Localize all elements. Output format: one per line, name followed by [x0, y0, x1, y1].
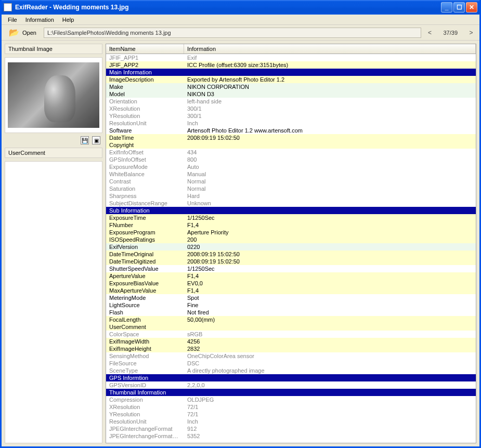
- table-row[interactable]: FocalLength50,00(mm): [106, 316, 476, 323]
- save-thumb-icon[interactable]: 💾: [81, 136, 89, 144]
- menu-help[interactable]: Help: [58, 16, 79, 24]
- table-row[interactable]: YResolution72/1: [106, 411, 476, 418]
- table-row[interactable]: ExifInfoOffset434: [106, 149, 476, 156]
- table-row[interactable]: ExifVersion0220: [106, 243, 476, 251]
- cell-itemname: ExifInfoOffset: [106, 149, 184, 156]
- exif-grid[interactable]: ItemName Information JFIF_APP1ExifJFIF_A…: [106, 44, 476, 443]
- table-row[interactable]: YResolution300/1: [106, 112, 476, 120]
- thumbnail-actions: 💾 ▣: [5, 136, 102, 144]
- cell-information: NIKON D3: [184, 90, 476, 98]
- table-row[interactable]: Sub Information: [106, 207, 476, 214]
- table-row[interactable]: UserComment: [106, 323, 476, 331]
- table-row[interactable]: ApertureValueF1,4: [106, 272, 476, 280]
- table-row[interactable]: DateTime2008:09:19 15:02:50: [106, 134, 476, 141]
- menu-file[interactable]: File: [4, 16, 21, 24]
- table-row[interactable]: ColorSpacesRGB: [106, 331, 476, 338]
- table-row[interactable]: Main Information: [106, 69, 476, 76]
- table-row[interactable]: XResolution300/1: [106, 105, 476, 112]
- table-row[interactable]: FNumberF1,4: [106, 221, 476, 229]
- cell-information: Normal: [184, 178, 476, 185]
- cell-information: Auto: [184, 163, 476, 170]
- table-row[interactable]: ModelNIKON D3: [106, 90, 476, 98]
- table-row[interactable]: ExposureTime1/1250Sec: [106, 214, 476, 221]
- table-row[interactable]: ImageDescriptionExported by Artensoft Ph…: [106, 76, 476, 83]
- col-information[interactable]: Information: [184, 44, 476, 54]
- table-row[interactable]: ExposureBiasValueEV0,0: [106, 280, 476, 287]
- cell-information: Manual: [184, 170, 476, 178]
- table-row[interactable]: ResolutionUnitInch: [106, 120, 476, 127]
- cell-itemname: JFIF_APP2: [106, 61, 184, 69]
- table-row[interactable]: JPEGInterchangeFormatLen...5352: [106, 432, 476, 440]
- table-row[interactable]: ISOSpeedRatings200: [106, 236, 476, 243]
- folder-open-icon: 📂: [9, 28, 19, 37]
- table-row[interactable]: Orientationleft-hand side: [106, 98, 476, 105]
- table-row[interactable]: MaxApertureValueF1,4: [106, 287, 476, 294]
- cell-information: F1,4: [184, 287, 476, 294]
- cell-itemname: GPS Informtion: [106, 374, 184, 381]
- table-row[interactable]: WhiteBalanceManual: [106, 170, 476, 178]
- cell-itemname: Orientation: [106, 98, 184, 105]
- cell-itemname: Contrast: [106, 178, 184, 185]
- table-row[interactable]: ExifImageHeight2832: [106, 345, 476, 352]
- table-row[interactable]: GPSVersionID2,2,0,0: [106, 381, 476, 389]
- table-row[interactable]: SensingMethodOneChipColorArea sensor: [106, 352, 476, 360]
- table-row[interactable]: CompressionOLDJPEG: [106, 396, 476, 403]
- table-row[interactable]: DateTimeOriginal2008:09:19 15:02:50: [106, 251, 476, 258]
- cell-information: Not fired: [184, 309, 476, 316]
- cell-information: ICC Profile (offset:6309 size:3151bytes): [184, 61, 476, 69]
- table-row[interactable]: Thumbnail Information: [106, 389, 476, 396]
- table-row[interactable]: ExifImageWidth4256: [106, 338, 476, 345]
- table-row[interactable]: JFIF_APP1Exif: [106, 54, 476, 61]
- table-row[interactable]: LightSourceFine: [106, 301, 476, 309]
- table-row[interactable]: Copyright: [106, 141, 476, 149]
- cell-itemname: Saturation: [106, 185, 184, 192]
- cell-itemname: ISOSpeedRatings: [106, 236, 184, 243]
- cell-itemname: GPSVersionID: [106, 381, 184, 389]
- cell-information: 300/1: [184, 112, 476, 120]
- table-row[interactable]: SceneTypeA directly photographed image: [106, 367, 476, 374]
- table-row[interactable]: GPS Informtion: [106, 374, 476, 381]
- cell-itemname: ExposureTime: [106, 214, 184, 221]
- table-row[interactable]: FileSourceDSC: [106, 360, 476, 367]
- cell-information: [184, 323, 476, 331]
- table-row[interactable]: FlashNot fired: [106, 309, 476, 316]
- table-row[interactable]: JFIF_APP2ICC Profile (offset:6309 size:3…: [106, 61, 476, 69]
- table-row[interactable]: XResolution72/1: [106, 403, 476, 411]
- table-row[interactable]: SaturationNormal: [106, 185, 476, 192]
- cell-information: 434: [184, 149, 476, 156]
- table-row[interactable]: ExposureModeAuto: [106, 163, 476, 170]
- close-button[interactable]: ✕: [466, 2, 477, 12]
- next-button[interactable]: >: [467, 29, 475, 36]
- cell-itemname: ResolutionUnit: [106, 418, 184, 425]
- table-row[interactable]: ShutterSpeedValue1/1250Sec: [106, 265, 476, 272]
- thumbnail-image[interactable]: [8, 62, 99, 128]
- menu-information[interactable]: Information: [21, 16, 58, 24]
- table-row[interactable]: SoftwareArtensoft Photo Editor 1.2 www.a…: [106, 127, 476, 134]
- cell-itemname: Software: [106, 127, 184, 134]
- minimize-button[interactable]: _: [441, 2, 452, 12]
- cell-information: A directly photographed image: [184, 367, 476, 374]
- col-itemname[interactable]: ItemName: [106, 44, 184, 54]
- table-row[interactable]: MeteringModeSpot: [106, 294, 476, 301]
- open-button[interactable]: 📂 Open: [6, 27, 40, 38]
- maximize-button[interactable]: ☐: [453, 2, 465, 12]
- cell-itemname: MaxApertureValue: [106, 287, 184, 294]
- fullscreen-icon[interactable]: ▣: [92, 136, 100, 144]
- table-row[interactable]: ExposureProgramAperture Priority: [106, 229, 476, 236]
- table-row[interactable]: SharpnessHard: [106, 192, 476, 200]
- titlebar[interactable]: ExifReader - Wedding moments 13.jpg _ ☐ …: [2, 0, 479, 15]
- table-row[interactable]: JPEGInterchangeFormat912: [106, 425, 476, 432]
- cell-itemname: ShutterSpeedValue: [106, 265, 184, 272]
- cell-itemname: ExifImageWidth: [106, 338, 184, 345]
- path-input[interactable]: L:\Files\SamplePhotos\Wedding moments 13…: [44, 28, 422, 38]
- table-row[interactable]: ContrastNormal: [106, 178, 476, 185]
- table-row[interactable]: GPSInfoOffset800: [106, 156, 476, 163]
- table-row[interactable]: MakeNIKON CORPORATION: [106, 83, 476, 90]
- table-row[interactable]: SubjectDistanceRangeUnknown: [106, 200, 476, 207]
- table-row[interactable]: ResolutionUnitInch: [106, 418, 476, 425]
- usercomment-box[interactable]: [5, 161, 102, 443]
- prev-button[interactable]: <: [425, 29, 434, 36]
- menubar: File Information Help: [2, 15, 479, 25]
- table-row[interactable]: DateTimeDigitized2008:09:19 15:02:50: [106, 258, 476, 265]
- cell-itemname: JFIF_APP1: [106, 54, 184, 61]
